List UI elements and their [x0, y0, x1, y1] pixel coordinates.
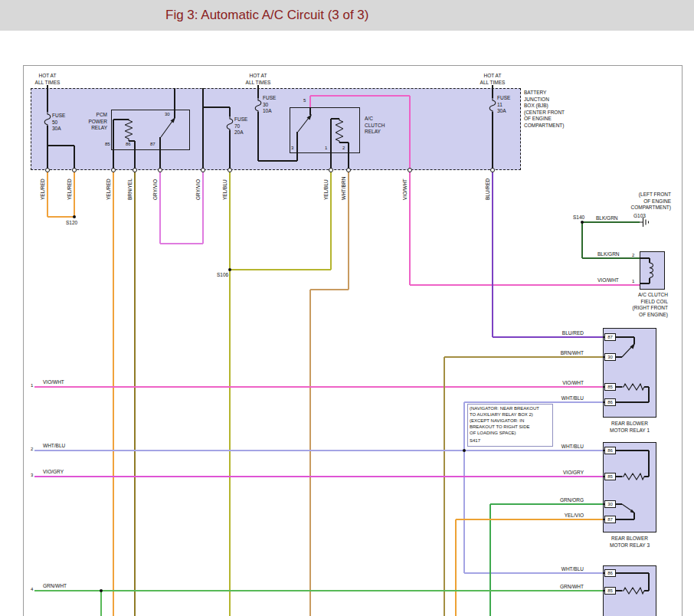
wire-bk — [159, 137, 160, 170]
fuse-11-label: FUSE 11 30A — [497, 95, 510, 115]
wire-gv — [160, 243, 203, 244]
relay3-name: REAR BLOWER MOTOR RELAY 3 — [597, 536, 662, 549]
wire-yb — [230, 269, 331, 270]
fuse-11-icon — [488, 97, 497, 113]
s106-label: S106 — [217, 272, 228, 279]
s140-label: S140 — [573, 215, 584, 221]
ac-pin-2: 2 — [342, 146, 345, 152]
wire-label-yel-red-3: YEL/RED — [106, 179, 113, 200]
pcm-pin-87: 87 — [150, 142, 155, 148]
relay-pin-box-86: 86 — [604, 447, 616, 454]
grn-wht-wire-label-r4: GRN/WHT — [545, 584, 584, 591]
relay3-coil-resistor-icon — [622, 473, 644, 480]
relay1-switch-arrow-icon — [620, 342, 636, 359]
wire-vw — [310, 95, 410, 97]
pcm-relay-label: PCM POWER RELAY — [73, 112, 107, 132]
wire-bk — [203, 106, 230, 107]
pcm-pin-85: 85 — [105, 142, 110, 148]
line3-number: 3 — [31, 473, 33, 479]
coil-pin-1: 1 — [632, 279, 634, 285]
wire-bk — [258, 160, 297, 161]
wire-bk — [257, 112, 258, 161]
coil-pin-2: 2 — [632, 253, 634, 259]
left-front-label: (LEFT FRONT OF ENGINE COMPARTMENT) — [617, 192, 671, 211]
wire-yb — [330, 170, 332, 270]
wire-bk — [296, 132, 297, 161]
splice-dot — [100, 589, 103, 592]
fuse-30-label: FUSE 30 10A — [263, 95, 276, 115]
relay-pin-box-86: 86 — [604, 569, 616, 577]
yel-vio-wire-label: YEL/VIO — [545, 513, 584, 519]
wire-bk — [348, 143, 349, 170]
bjb-label: BATTERY JUNCTION BOX (BJB) (CENTER FRONT… — [524, 90, 565, 129]
ac-relay-label: A/C CLUTCH RELAY — [365, 116, 385, 136]
connector-port — [133, 168, 137, 172]
wht-blu-wire-label-r4: WHT/BLU — [545, 566, 584, 573]
relay-pin-box-30: 30 — [604, 353, 616, 361]
blk-grn-label-1: BLK/GRN — [596, 215, 618, 222]
relay-pin-box-85: 85 — [604, 473, 616, 480]
relay3-switch-arrow-icon — [620, 503, 636, 514]
wire-label-gry-vio-2: GRY/VIO — [195, 179, 202, 200]
field-coil-label: A/C CLUTCH FIELD COIL (RIGHT FRONT OF EN… — [611, 292, 668, 318]
wire-vw — [410, 284, 640, 286]
connector-port — [228, 168, 232, 172]
wire-bk — [74, 146, 74, 170]
relay1-name: REAR BLOWER MOTOR RELAY 1 — [597, 421, 662, 434]
wire-by — [134, 170, 136, 616]
wire-bk — [229, 130, 230, 170]
line1-number: 1 — [31, 383, 33, 389]
brn-wht-wire-label: BRN/WHT — [545, 350, 584, 357]
wire-vw — [309, 96, 311, 107]
figure-canvas: Fig 3: Automatic A/C Circuit (3 of 3) 87… — [0, 0, 694, 616]
vio-wht-coil-label: VIO/WHT — [597, 277, 619, 284]
splice-dot — [463, 449, 466, 452]
wire-gw — [100, 591, 102, 616]
wire-gw — [34, 590, 603, 591]
wire-bk — [644, 590, 649, 591]
relay-pin-box-86: 86 — [604, 398, 616, 406]
wire-bk — [492, 85, 493, 98]
wire-bk — [47, 126, 47, 170]
ac-pin-3: 3 — [291, 146, 293, 152]
note-text: (NAVIGATOR: NEAR BREAKOUT TO AUXILIARY R… — [470, 406, 539, 437]
connector-port — [490, 168, 495, 172]
s417-label: S417 — [470, 438, 480, 444]
wire-vw — [34, 386, 603, 388]
wire-br — [492, 170, 493, 337]
connector-port — [408, 168, 412, 172]
blu-red-wire-label: BLU/RED — [545, 330, 584, 337]
line2-number: 2 — [31, 447, 33, 453]
wire-yv — [455, 519, 457, 616]
wire-bk — [648, 451, 649, 477]
pcm-coil-resistor-icon — [125, 119, 133, 141]
connector-port — [158, 168, 162, 172]
field-coil-winding-icon — [646, 262, 655, 279]
wire-bk — [644, 476, 649, 477]
wire-bk — [648, 387, 649, 402]
wire-wb — [348, 170, 349, 290]
pcm-switch-arrow-icon — [157, 116, 177, 139]
relay-pin-box-87: 87 — [604, 333, 616, 341]
g103-label: G103 — [633, 213, 646, 220]
pcm-pin-30: 30 — [165, 112, 170, 118]
relay-pin-box-85: 85 — [604, 383, 616, 391]
wire-label-yel-blu-2: YEL/BLU — [323, 179, 330, 200]
blk-grn-label-2: BLK/GRN — [597, 251, 620, 258]
wire-label-brn-yel: BRN/YEL — [127, 179, 134, 200]
splice-dot — [73, 215, 76, 218]
wire-label-wht-brn: WHT/BRN — [341, 177, 348, 200]
wire-yr — [47, 170, 48, 217]
connector-port — [72, 168, 77, 172]
pcm-pin-86: 86 — [126, 142, 131, 148]
relay4-coil-resistor-icon — [622, 587, 644, 595]
line1-wire-label: VIO/WHT — [43, 379, 64, 386]
wire-bk — [257, 85, 258, 98]
connector-port — [201, 168, 205, 172]
ac-pin-5: 5 — [303, 98, 306, 104]
wire-wb — [309, 290, 311, 616]
relay-pin-box-85: 85 — [604, 587, 616, 595]
hot-label-1: HOT AT ALL TIMES — [32, 73, 63, 86]
wire-bk — [47, 145, 74, 146]
wire-gv — [202, 170, 204, 244]
